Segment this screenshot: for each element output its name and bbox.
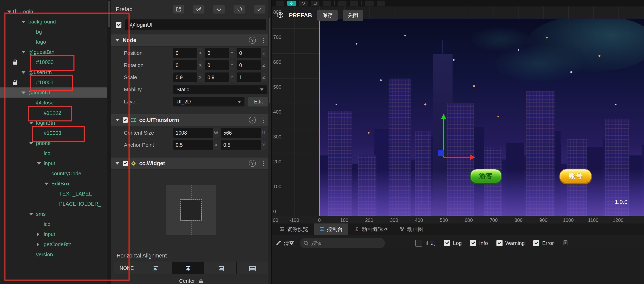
edit-prefab-button[interactable] (173, 5, 184, 14)
node-name-input[interactable]: @loginUI (125, 20, 266, 30)
rect-tool-icon[interactable] (322, 0, 331, 6)
tree-node-userbtn[interactable]: @userBtn (0, 67, 107, 77)
more-menu-icon[interactable]: ⋮ (261, 117, 267, 123)
tree-node-sms-ico[interactable]: ico (0, 219, 107, 229)
tab-animation-graph[interactable]: 动画图 (394, 224, 428, 235)
scrollbar-thumb[interactable] (108, 1, 110, 27)
chevron-right-icon[interactable] (37, 242, 39, 246)
chevron-down-icon[interactable] (115, 39, 120, 42)
component-enabled-checkbox[interactable] (123, 161, 128, 166)
grid-toggle-icon[interactable] (365, 0, 374, 6)
hierarchy-scrollbar[interactable] (107, 0, 111, 284)
gizmo-pivot-icon[interactable] (338, 0, 346, 6)
chevron-down-icon[interactable] (7, 10, 11, 13)
pan-tool-icon[interactable] (276, 0, 284, 6)
tree-node-10003[interactable]: #10003 (0, 128, 107, 138)
tree-node-version[interactable]: version (0, 250, 107, 260)
info-checkbox[interactable] (470, 240, 476, 246)
tree-node-loginui-selected[interactable]: @loginUI (0, 88, 107, 98)
uitransform-section-header[interactable]: cc.UITransform ? ⋮ (111, 114, 271, 126)
tree-node-logo[interactable]: logo (0, 37, 107, 47)
inspector-scrollbar[interactable] (268, 0, 271, 284)
anchor-y-field[interactable]: 0.5Y (221, 140, 267, 150)
position-z-field[interactable]: 0Z (237, 48, 267, 58)
tree-node-phone-ico[interactable]: ico (0, 148, 107, 158)
regex-checkbox[interactable] (415, 240, 422, 246)
chevron-down-icon[interactable] (29, 142, 33, 144)
warning-checkbox[interactable] (496, 240, 502, 246)
gizmo-y-arrowhead[interactable] (441, 114, 446, 119)
log-filter[interactable]: Log (444, 240, 462, 246)
error-checkbox[interactable] (533, 240, 539, 246)
console-search-box[interactable] (300, 238, 385, 248)
help-icon[interactable]: ? (249, 160, 256, 167)
tree-node-10001[interactable]: #10001 (0, 77, 107, 88)
scale-y-field[interactable]: 0.9Y (205, 72, 235, 82)
gizmo-xy-plane-handle[interactable] (438, 150, 444, 156)
unlink-prefab-button[interactable] (193, 5, 204, 14)
account-login-button[interactable]: 账号 (560, 169, 592, 184)
node-active-checkbox[interactable] (116, 22, 122, 28)
tree-node-text-label[interactable]: TEXT_LABEL (0, 189, 107, 199)
tree-node-editbox[interactable]: EditBox (0, 178, 107, 189)
tree-node-10000[interactable]: #10000 (0, 57, 107, 67)
tree-node-guestbtn[interactable]: @guestBtn (0, 47, 107, 57)
gizmo-space-icon[interactable] (350, 0, 358, 6)
mobility-dropdown[interactable]: Static (173, 84, 267, 94)
chevron-down-icon[interactable] (37, 162, 41, 165)
camera-settings-icon[interactable] (377, 0, 385, 6)
halign-stretch-button[interactable] (236, 262, 268, 274)
position-y-field[interactable]: 0Y (205, 48, 235, 58)
halign-right-button[interactable] (204, 262, 236, 274)
tree-node-phone[interactable]: phone (0, 138, 107, 148)
scale-tool-icon[interactable] (311, 0, 319, 6)
scale-x-field[interactable]: 0.9X (173, 72, 203, 82)
component-enabled-checkbox[interactable] (123, 118, 128, 123)
gizmo-x-axis[interactable] (444, 157, 470, 158)
anchor-x-field[interactable]: 0.5X (173, 140, 219, 150)
tree-node-background[interactable]: background (0, 16, 107, 27)
more-menu-icon[interactable]: ⋮ (261, 37, 267, 43)
layer-edit-button[interactable]: Edit (248, 97, 268, 106)
tab-console[interactable]: 控制台 (314, 224, 348, 235)
search-input[interactable] (311, 240, 381, 246)
info-filter[interactable]: Info (470, 240, 488, 246)
chevron-down-icon[interactable] (22, 21, 26, 23)
translate-tool-icon[interactable] (288, 0, 296, 6)
chevron-down-icon[interactable] (29, 213, 33, 216)
tree-node-sms-input[interactable]: input (0, 229, 107, 239)
game-canvas[interactable]: 游客 账号 1.0.0 (319, 18, 644, 216)
tab-animation-editor[interactable]: 动画编辑器 (349, 224, 394, 235)
tree-node-10002[interactable]: #10002 (0, 108, 107, 118)
more-menu-icon[interactable]: ⋮ (261, 160, 267, 166)
halign-center-button[interactable] (172, 262, 204, 274)
scale-z-field[interactable]: 1Z (237, 72, 267, 82)
widget-section-header[interactable]: cc.Widget ? ⋮ (111, 157, 271, 170)
tree-node-close[interactable]: @close (0, 98, 107, 108)
content-width-field[interactable]: 1008W (173, 128, 219, 138)
rotation-z-field[interactable]: 0Z (237, 60, 267, 70)
rotate-tool-icon[interactable] (299, 0, 308, 6)
halign-none-button[interactable]: NONE (114, 262, 140, 274)
halign-left-button[interactable] (140, 262, 172, 274)
revert-prefab-button[interactable] (234, 5, 245, 14)
tree-node-bg[interactable]: bg (0, 27, 107, 37)
tree-node-getcodebtn[interactable]: getCodeBtn (0, 239, 107, 250)
warning-filter[interactable]: Warning (496, 240, 525, 246)
chevron-down-icon[interactable] (115, 119, 120, 121)
error-filter[interactable]: Error (533, 240, 554, 246)
tree-node-phone-input[interactable]: input (0, 158, 107, 168)
log-file-icon[interactable] (563, 240, 568, 246)
help-icon[interactable]: ? (249, 116, 256, 124)
tree-node-login[interactable]: Login (0, 6, 107, 16)
tree-node-sms[interactable]: sms (0, 209, 107, 219)
tree-node-placeholder[interactable]: PLACEHOLDER_ (0, 199, 107, 209)
regex-filter[interactable]: 正则 (415, 240, 436, 247)
apply-prefab-button[interactable] (254, 5, 265, 14)
lock-icon[interactable] (199, 280, 203, 284)
chevron-down-icon[interactable] (22, 51, 26, 54)
node-section-header[interactable]: Node ? ⋮ (111, 34, 271, 46)
chevron-down-icon[interactable] (44, 182, 48, 185)
content-height-field[interactable]: 566H (221, 128, 267, 138)
locate-asset-button[interactable] (213, 5, 225, 14)
